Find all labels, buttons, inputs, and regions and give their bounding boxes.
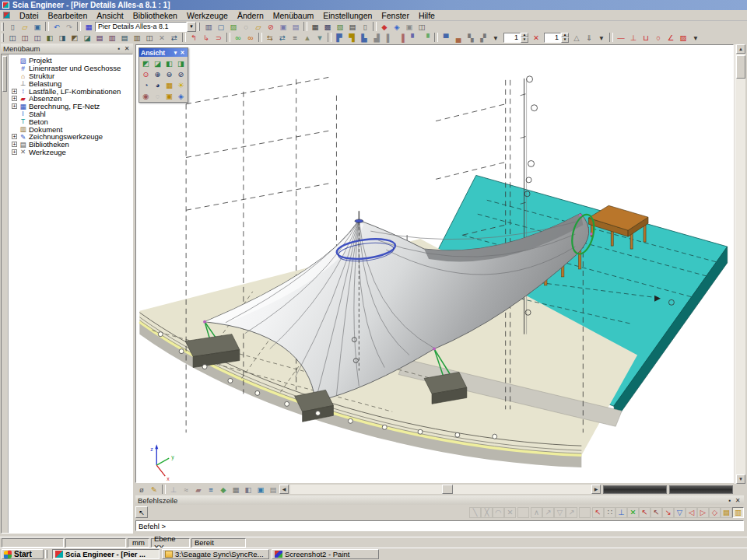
snap-icon[interactable]: ▽ (554, 507, 566, 518)
expand-icon[interactable]: + (12, 149, 17, 155)
scroll-up-icon[interactable]: ▲ (736, 44, 745, 54)
activity-spinner[interactable]: 1 ▲▼ (503, 33, 528, 43)
display-mode-icon[interactable]: ø (135, 485, 148, 495)
snap-icon[interactable]: ◁ (686, 507, 697, 518)
toolbar-icon[interactable]: ◌ (240, 22, 252, 32)
toolbar-icon[interactable]: ▤ (118, 33, 131, 43)
display-mode-icon[interactable]: ◧ (242, 485, 254, 495)
snap-icon[interactable]: ⊥ (615, 507, 627, 518)
spinner-down-icon[interactable]: ▼ (561, 37, 569, 43)
toolbar-icon[interactable] (328, 33, 331, 42)
view-tool-icon[interactable]: ◕ (152, 79, 163, 90)
layer-spinner[interactable]: 1 ▲▼ (544, 33, 569, 43)
befehlszeile-title-bar[interactable]: Befehlszeile ▪ ✕ (135, 495, 744, 505)
toolbar-grip[interactable] (2, 33, 4, 42)
toolbar-icon[interactable]: ◨ (56, 33, 68, 43)
scrollbar-thumb[interactable] (736, 55, 745, 79)
view-tool-icon[interactable]: ▣ (163, 90, 175, 101)
toolbar-icon[interactable]: ▣ (31, 22, 44, 32)
scrollbar-thumb[interactable] (442, 485, 453, 494)
toolbar-icon[interactable]: ▤ (346, 22, 359, 32)
snap-icon[interactable]: ▤ (721, 507, 732, 518)
toolbar-icon[interactable]: ▐ (395, 33, 408, 43)
toolbar-icon[interactable]: ▜ (345, 33, 358, 43)
snap-icon[interactable]: ↗ (566, 507, 577, 518)
status-unit[interactable]: mm (128, 538, 149, 548)
toolbar-icon[interactable]: △ (570, 33, 583, 43)
toolbar-icon[interactable]: ▼ (314, 33, 326, 43)
expand-icon[interactable]: + (12, 142, 17, 147)
tree-item[interactable]: + ✕ Werkzeuge (10, 149, 132, 156)
ansicht-toolbar[interactable]: Ansicht ▾ ✕ ◩◪◧◨⊙⊕⊖⊘◔◕▦☀◉○▣◈ (139, 47, 188, 103)
chevron-down-icon[interactable]: ▾ (172, 50, 179, 56)
toolbar-icon[interactable]: ▩ (321, 22, 334, 32)
toolbar-icon[interactable]: ▱ (252, 22, 265, 32)
toolbar-icon[interactable]: ◫ (31, 33, 44, 43)
document-icon[interactable] (3, 12, 10, 19)
toolbar-icon[interactable]: ◫ (416, 22, 428, 32)
menu-item[interactable]: Werkzeuge (182, 10, 233, 20)
toolbar-icon[interactable]: ∞ (244, 33, 257, 43)
toolbar-icon[interactable]: ⇆ (264, 33, 276, 43)
toolbar-icon[interactable]: ↰ (188, 33, 200, 43)
view-tool-icon[interactable]: ◈ (175, 90, 187, 101)
view-tool-icon[interactable]: ◪ (152, 58, 163, 68)
toolbar-icon[interactable]: ◪ (81, 33, 93, 43)
scrollbar-thumb[interactable] (2, 56, 7, 92)
display-mode-icon[interactable]: ▣ (254, 485, 267, 495)
toolbar-icon[interactable]: ▄ (452, 33, 465, 43)
view-tool-icon[interactable]: ◩ (140, 58, 152, 68)
toolbar-icon[interactable]: ∞ (232, 33, 244, 43)
toolbar-icon[interactable]: — (615, 33, 627, 43)
toolbar-icon[interactable]: ▞ (477, 33, 489, 43)
toolbar-icon[interactable]: ▤ (93, 33, 106, 43)
vertical-scrollbar[interactable]: ▲ ▼ (735, 44, 745, 484)
toolbar-icon[interactable]: ▣ (403, 22, 416, 32)
toolbar-icon[interactable]: ▥ (202, 22, 215, 32)
toolbar-icon[interactable]: ⇓ (583, 33, 595, 43)
toolbar-icon[interactable] (303, 22, 307, 31)
view-tool-icon[interactable]: ◧ (163, 58, 175, 68)
snap-icon[interactable]: ◠ (493, 507, 504, 518)
toolbar-icon[interactable]: ▾ (595, 33, 608, 43)
toolbar-icon[interactable]: ↶ (51, 22, 63, 32)
display-mode-icon[interactable]: ▰ (192, 485, 205, 495)
toolbar-icon[interactable]: ▚ (465, 33, 477, 43)
view-tool-icon[interactable]: ⊕ (152, 68, 163, 79)
cursor-mode-icon[interactable]: ↖ (135, 506, 148, 518)
toolbar-icon[interactable]: ○ (652, 33, 665, 43)
toolbar-icon[interactable]: ◆ (378, 22, 391, 32)
project-combo-value[interactable]: Pier Details Alles-a 8.1 (95, 22, 187, 32)
toolbar-icon[interactable]: ▢ (215, 22, 227, 32)
snap-icon[interactable] (517, 507, 529, 518)
toolbar-icon[interactable]: ▦ (309, 22, 321, 32)
spinner-down-icon[interactable]: ▼ (521, 37, 528, 43)
close-icon[interactable]: ✕ (734, 497, 742, 504)
toolbar-icon[interactable]: ▌ (383, 33, 395, 43)
menu-item[interactable]: Fenster (377, 10, 414, 20)
snap-icon[interactable]: ↘ (662, 507, 674, 518)
view-tool-icon[interactable]: ◨ (175, 58, 187, 68)
toolbar-icon[interactable]: ▱ (19, 22, 31, 32)
display-mode-icon[interactable]: ▦ (230, 485, 242, 495)
toolbar-icon[interactable] (258, 33, 262, 42)
toolbar-icon[interactable] (434, 33, 438, 42)
menu-item[interactable]: Bibliotheken (128, 10, 182, 20)
toolbar-icon[interactable]: ▨ (677, 33, 689, 43)
close-icon[interactable]: ✕ (179, 50, 186, 56)
toolbar-icon[interactable]: ▾ (689, 33, 702, 43)
pin-icon[interactable]: ▪ (726, 497, 734, 504)
ansicht-title-bar[interactable]: Ansicht ▾ ✕ (139, 48, 188, 57)
snap-icon[interactable]: ↖ (592, 507, 604, 518)
toolbar-icon[interactable]: ⊔ (640, 33, 652, 43)
toolbar-grip[interactable] (198, 23, 200, 31)
toolbar-grip[interactable] (2, 23, 4, 31)
toolbar-icon[interactable]: ◧ (44, 33, 56, 43)
view-tool-icon[interactable]: ○ (152, 90, 163, 101)
display-mode-icon[interactable]: ✎ (148, 485, 160, 495)
expand-icon[interactable]: + (12, 96, 17, 101)
toolbar-icon[interactable]: ◫ (19, 33, 31, 43)
toolbar-icon[interactable]: ↳ (200, 33, 212, 43)
snap-icon[interactable]: ◇ (709, 507, 721, 518)
command-input[interactable]: Befehl > (135, 520, 744, 531)
